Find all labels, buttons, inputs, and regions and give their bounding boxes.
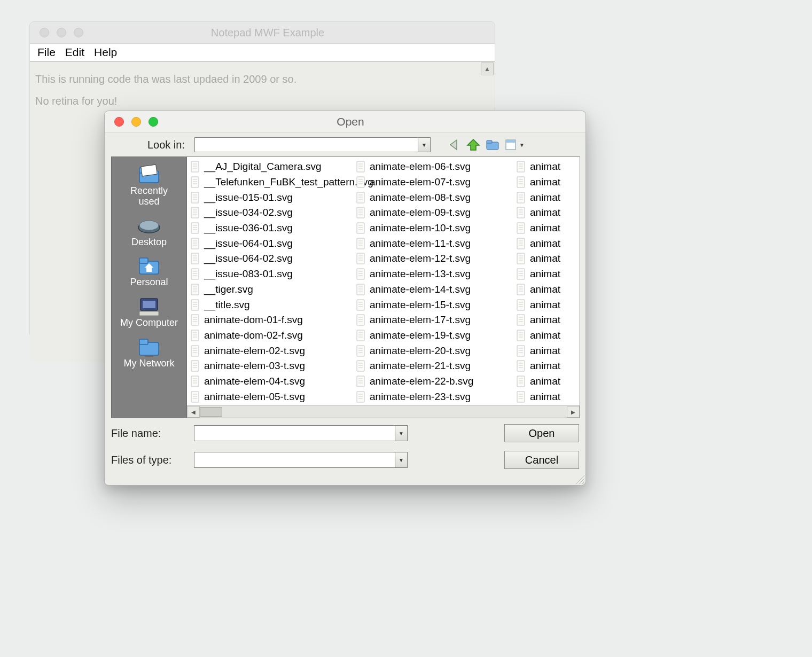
- file-item[interactable]: animat: [516, 297, 553, 312]
- file-item[interactable]: __issue-083-01.svg: [190, 267, 356, 282]
- file-item[interactable]: animate-elem-23-t.svg: [356, 389, 516, 404]
- scroll-thumb[interactable]: [200, 407, 222, 417]
- file-item[interactable]: animat: [516, 251, 553, 267]
- cancel-button[interactable]: Cancel: [504, 451, 579, 469]
- file-item[interactable]: __title.svg: [190, 297, 356, 312]
- file-icon: [190, 391, 201, 403]
- file-item[interactable]: animat: [516, 328, 553, 343]
- file-item[interactable]: __tiger.svg: [190, 282, 356, 298]
- file-item[interactable]: animate-dom-02-f.svg: [190, 328, 356, 343]
- file-icon: [356, 391, 366, 403]
- file-item[interactable]: animate-elem-20-t.svg: [356, 343, 516, 358]
- files-of-type-combo[interactable]: ▼: [194, 452, 408, 468]
- minimize-icon[interactable]: [131, 117, 141, 127]
- new-folder-button[interactable]: [485, 138, 500, 152]
- file-item[interactable]: __issue-036-01.svg: [190, 221, 356, 236]
- place-desktop[interactable]: Desktop: [112, 213, 186, 251]
- minimize-icon[interactable]: [57, 28, 66, 37]
- place-my-computer[interactable]: My Computer: [112, 293, 186, 332]
- file-item[interactable]: animate-elem-17-t.svg: [356, 312, 516, 328]
- file-item[interactable]: animate-elem-03-t.svg: [190, 358, 356, 374]
- look-in-combo[interactable]: ▼: [194, 137, 431, 152]
- file-icon: [356, 330, 366, 341]
- menu-file[interactable]: File: [34, 46, 59, 59]
- file-item[interactable]: animate-elem-06-t.svg: [356, 159, 516, 175]
- place-personal[interactable]: Personal: [112, 253, 186, 291]
- file-item[interactable]: __issue-015-01.svg: [190, 190, 356, 205]
- file-item[interactable]: animat: [516, 312, 553, 328]
- chevron-down-icon[interactable]: ▼: [418, 138, 430, 152]
- place-label: Personal: [130, 277, 168, 288]
- file-item[interactable]: animate-elem-12-t.svg: [356, 251, 516, 267]
- horizontal-scrollbar[interactable]: ◀ ▶: [187, 405, 580, 418]
- files-of-type-label: Files of type:: [111, 454, 194, 466]
- file-item[interactable]: __issue-064-02.svg: [190, 251, 356, 267]
- file-item[interactable]: animate-elem-10-t.svg: [356, 221, 516, 236]
- file-list[interactable]: __AJ_Digital_Camera.svg__Telefunken_FuBK…: [187, 157, 580, 418]
- file-item[interactable]: animate-elem-14-t.svg: [356, 282, 516, 298]
- file-item[interactable]: animate-elem-15-t.svg: [356, 297, 516, 312]
- place-label: Desktop: [131, 237, 167, 248]
- menu-help[interactable]: Help: [91, 46, 120, 59]
- file-item[interactable]: animat: [516, 343, 553, 358]
- file-item[interactable]: animate-elem-13-t.svg: [356, 267, 516, 282]
- file-item[interactable]: animat: [516, 175, 553, 190]
- file-name: animate-elem-03-t.svg: [204, 360, 305, 372]
- file-item[interactable]: __AJ_Digital_Camera.svg: [190, 159, 356, 175]
- file-name: __issue-064-02.svg: [204, 253, 293, 264]
- file-name: animate-elem-05-t.svg: [204, 391, 305, 403]
- file-item[interactable]: animate-elem-21-t.svg: [356, 358, 516, 374]
- network-folder-icon: [137, 337, 161, 357]
- file-item[interactable]: animat: [516, 221, 553, 236]
- chevron-down-icon[interactable]: ▼: [395, 426, 407, 441]
- resize-grip-icon[interactable]: [574, 473, 584, 484]
- file-item[interactable]: animat: [516, 205, 553, 221]
- file-icon: [356, 376, 366, 387]
- file-icon: [516, 207, 527, 218]
- file-item[interactable]: animate-elem-19-t.svg: [356, 328, 516, 343]
- file-item[interactable]: __issue-064-01.svg: [190, 236, 356, 251]
- chevron-down-icon[interactable]: ▼: [395, 452, 407, 467]
- file-item[interactable]: animate-elem-05-t.svg: [190, 389, 356, 404]
- file-icon: [356, 207, 366, 218]
- file-name: __AJ_Digital_Camera.svg: [204, 161, 322, 173]
- file-item[interactable]: animat: [516, 190, 553, 205]
- zoom-icon[interactable]: [149, 117, 158, 127]
- file-item[interactable]: animate-elem-02-t.svg: [190, 343, 356, 358]
- scroll-up-button[interactable]: ▲: [481, 62, 494, 75]
- file-item[interactable]: animat: [516, 389, 553, 404]
- menu-edit[interactable]: Edit: [62, 46, 88, 59]
- file-item[interactable]: animate-elem-04-t.svg: [190, 374, 356, 389]
- up-one-level-button[interactable]: [466, 138, 481, 152]
- computer-icon: [137, 296, 161, 317]
- dialog-titlebar[interactable]: Open: [105, 111, 585, 133]
- file-item[interactable]: animate-elem-07-t.svg: [356, 175, 516, 190]
- file-item[interactable]: animat: [516, 282, 553, 298]
- file-name-combo[interactable]: ▼: [194, 425, 408, 441]
- scroll-left-button[interactable]: ◀: [187, 406, 200, 418]
- file-item[interactable]: animat: [516, 267, 553, 282]
- view-menu-button[interactable]: ▼: [504, 138, 526, 152]
- file-item[interactable]: animat: [516, 159, 553, 175]
- scroll-right-button[interactable]: ▶: [567, 406, 580, 418]
- file-item[interactable]: animat: [516, 236, 553, 251]
- file-name: animat: [530, 268, 560, 280]
- place-my-network[interactable]: My Network: [112, 334, 186, 372]
- file-item[interactable]: __issue-034-02.svg: [190, 205, 356, 221]
- file-item[interactable]: animat: [516, 358, 553, 374]
- file-item[interactable]: animat: [516, 374, 553, 389]
- file-item[interactable]: animate-elem-11-t.svg: [356, 236, 516, 251]
- scroll-track[interactable]: [200, 406, 567, 418]
- place-recently-used[interactable]: Recently used: [112, 161, 186, 210]
- open-button[interactable]: Open: [504, 424, 579, 442]
- file-item[interactable]: animate-elem-22-b.svg: [356, 374, 516, 389]
- file-item[interactable]: animate-dom-01-f.svg: [190, 312, 356, 328]
- file-item[interactable]: __Telefunken_FuBK_test_pattern.svg: [190, 175, 356, 190]
- close-icon[interactable]: [114, 117, 124, 127]
- file-item[interactable]: animate-elem-08-t.svg: [356, 190, 516, 205]
- file-icon: [516, 330, 527, 341]
- back-button[interactable]: [447, 138, 462, 152]
- file-item[interactable]: animate-elem-09-t.svg: [356, 205, 516, 221]
- zoom-icon[interactable]: [74, 28, 83, 37]
- close-icon[interactable]: [40, 28, 49, 37]
